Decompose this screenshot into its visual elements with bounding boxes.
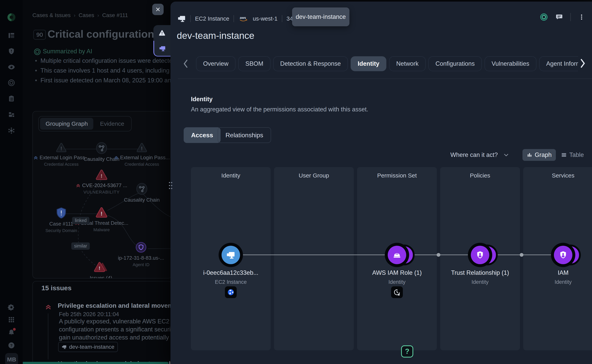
sidebar-item-visibility[interactable] — [0, 63, 23, 71]
node-sublabel: Identity — [523, 279, 592, 285]
graph-node-causality-chain-2[interactable]: Causality Chain — [112, 183, 171, 203]
column-header: Policies — [440, 172, 520, 179]
bar-chart-icon — [527, 152, 532, 158]
tab-identity[interactable]: Identity — [351, 56, 386, 71]
severity-chevrons-icon — [76, 183, 81, 188]
shield-user-icon — [558, 250, 568, 260]
view-tab-access[interactable]: Access — [184, 127, 221, 143]
alerts-side-tab[interactable] — [153, 25, 170, 41]
node-label[interactable]: IAM — [523, 269, 592, 276]
node-aws-iam-role[interactable] — [385, 243, 409, 267]
mode-graph-button[interactable]: Graph — [523, 149, 556, 161]
breadcrumb-case-111: Case #111 — [102, 12, 128, 19]
tabs-scroll-right-icon[interactable] — [579, 58, 586, 69]
notifications-bell-icon[interactable] — [0, 329, 23, 336]
asset-name-tooltip: dev-team-instance — [292, 7, 350, 26]
close-icon — [155, 7, 161, 12]
tab-agent-information[interactable]: Agent Informa — [539, 56, 578, 71]
node-label[interactable]: AWS IAM Role (1) — [357, 269, 437, 276]
sidebar-item-org[interactable] — [0, 111, 23, 118]
kebab-menu-icon[interactable] — [578, 14, 585, 20]
tab-network[interactable]: Network — [389, 56, 426, 71]
clock-z-icon — [393, 288, 401, 296]
sidebar-item-dashboard[interactable] — [0, 32, 23, 39]
user-avatar[interactable]: MB — [5, 353, 18, 364]
issues-count-heading: 15 issues — [41, 284, 72, 292]
column-header: Services — [523, 172, 592, 179]
agent-shield-icon — [112, 242, 170, 253]
node-ec2-instance[interactable] — [219, 243, 243, 267]
close-drawer-button[interactable] — [152, 4, 164, 15]
issue-timestamp: Feb 25th 2026 20:11:04 — [59, 311, 119, 318]
graph-node-issues-group[interactable]: ! Issues (4) — [72, 261, 130, 279]
breadcrumb-cases[interactable]: Cases — [79, 12, 94, 19]
tab-vulnerabilities[interactable]: Vulnerabilities — [484, 56, 536, 71]
svg-text:!: ! — [101, 173, 102, 179]
graph-node-external-login-2[interactable]: ! External Login Pass... Credential Acce… — [112, 143, 171, 167]
tabs-scroll-left-icon[interactable] — [183, 58, 188, 69]
breadcrumb-cases-issues[interactable]: Cases & Issues — [32, 12, 71, 19]
svg-text:aws: aws — [240, 16, 246, 20]
monitor-icon — [62, 344, 67, 350]
drawer-side-tabs — [153, 25, 170, 57]
notification-dot — [13, 328, 16, 331]
tab-detection-response[interactable]: Detection & Response — [273, 56, 348, 71]
comment-icon[interactable] — [555, 13, 563, 21]
chevron-down-icon[interactable] — [503, 152, 509, 158]
risk-score-badge: 90 — [34, 30, 46, 40]
grouping-graph-card: Grouping Graph Evidence ! External Login… — [32, 111, 172, 279]
identity-section-description: An aggregated view of the permissions as… — [191, 106, 368, 113]
tab-overview[interactable]: Overview — [196, 56, 235, 71]
region-label: us-west-1 — [253, 15, 277, 22]
bottom-bar — [19, 362, 168, 364]
brand-logo-icon[interactable] — [0, 13, 23, 22]
svg-text:!: ! — [141, 146, 143, 151]
svg-text:!: ! — [61, 146, 62, 151]
asset-detail-drawer: EC2 Instance aws us-west-1 343059098 dev… — [170, 2, 592, 364]
view-tab-relationships[interactable]: Relationships — [218, 127, 271, 143]
asset-type-label: EC2 Instance — [195, 15, 229, 22]
sidebar-item-issues[interactable] — [0, 47, 23, 55]
svg-text:?: ? — [10, 343, 13, 348]
node-label[interactable]: Trust Relationship (1) — [440, 269, 520, 276]
ai-rings-icon — [34, 48, 41, 56]
asset-tabs: Overview SBOM Detection & Response Ident… — [196, 56, 578, 72]
identity-section-heading: Identity — [191, 96, 213, 103]
sidebar-item-detections[interactable] — [0, 79, 23, 87]
asset-side-tab-active[interactable] — [153, 41, 170, 57]
edge-dot — [520, 253, 524, 257]
tabs-divider — [178, 78, 592, 79]
node-iam-service[interactable] — [551, 243, 575, 267]
asset-title: dev-team-instance — [177, 30, 254, 41]
issue-description: A publicly exposed, vulnerable AWS EC2 i… — [59, 317, 181, 341]
severity-chevrons-icon — [34, 155, 38, 160]
help-icon[interactable]: ? — [0, 342, 23, 349]
apps-grid-icon[interactable] — [0, 316, 23, 323]
mode-table-button[interactable]: Table — [561, 151, 584, 158]
node-label[interactable]: i-0eec6aa12c33eb... — [191, 269, 271, 276]
monitor-icon — [226, 250, 235, 260]
causality-chain-icon — [112, 183, 171, 195]
issue-timeline-line — [48, 313, 48, 359]
tab-configurations[interactable]: Configurations — [428, 56, 482, 71]
sidebar-item-threat-network[interactable] — [0, 127, 23, 135]
drawer-resize-handle[interactable] — [169, 182, 172, 191]
node-trust-relationship[interactable] — [468, 243, 492, 267]
asset-chip[interactable]: dev-team-instance — [58, 342, 118, 352]
ai-summary-label: Summarized by AI — [43, 48, 92, 55]
sidebar-item-inventory[interactable] — [0, 95, 23, 102]
help-button[interactable]: ? — [401, 345, 413, 358]
settings-gear-icon[interactable] — [0, 304, 23, 311]
header-actions — [540, 13, 585, 21]
globe-icon — [227, 288, 235, 296]
tab-sbom[interactable]: SBOM — [238, 56, 270, 71]
breadcrumb: Cases & Issues › Cases › Case #111 — [32, 12, 128, 19]
node-sublabel: EC2 Instance — [191, 279, 271, 285]
ai-rings-icon[interactable] — [540, 13, 548, 21]
monitor-icon — [159, 45, 166, 52]
breadcrumb-separator-icon: › — [74, 12, 76, 19]
internet-exposure-badge[interactable] — [225, 286, 237, 298]
temporary-credentials-badge[interactable] — [391, 286, 403, 298]
vulnerability-triangle-icon: ! — [72, 169, 131, 180]
act-filter-label[interactable]: Where can it act? — [450, 151, 498, 158]
